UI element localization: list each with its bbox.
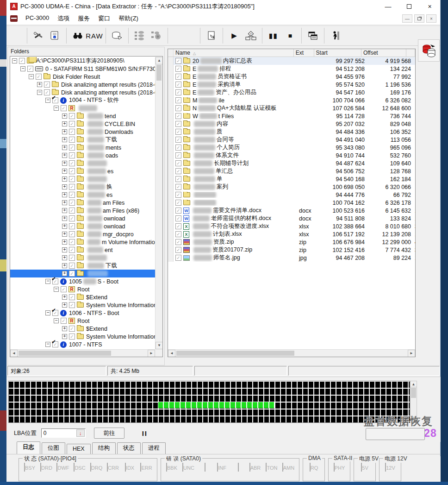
checkbox[interactable]: ✓: [175, 89, 181, 95]
tree-item[interactable]: +✓换: [10, 183, 155, 191]
data-copy-button[interactable]: [418, 39, 440, 62]
tree-item[interactable]: +✓am Files: [10, 199, 155, 207]
tree-item[interactable]: +✓Disk analizing attempt results (2018-0…: [10, 81, 155, 88]
file-row[interactable]: ✓E采购清单95 574 5201 196 536: [168, 81, 415, 88]
checkbox[interactable]: ✓: [69, 239, 75, 245]
expand-icon[interactable]: +: [62, 153, 67, 158]
checkbox[interactable]: ✓: [69, 113, 75, 119]
checkbox[interactable]: ✓: [69, 208, 75, 214]
file-row[interactable]: ✓合同等94 491 040113 056: [168, 136, 415, 144]
column-header-Offset[interactable]: Offset: [361, 49, 406, 57]
sector-map[interactable]: [8, 381, 410, 423]
checkbox[interactable]: ✓: [69, 255, 75, 261]
checkbox[interactable]: ✓: [69, 326, 75, 332]
expand-icon[interactable]: +: [62, 302, 67, 308]
file-row[interactable]: ✓E员资格证书94 455 97677 992: [168, 73, 415, 81]
map-structure-button[interactable]: [131, 28, 148, 43]
checkbox[interactable]: ✓: [175, 247, 181, 253]
collapse-icon[interactable]: −: [54, 106, 59, 111]
tree-item[interactable]: +✓System Volume Information: [10, 333, 155, 340]
checkbox[interactable]: ✓: [19, 58, 25, 64]
checkbox[interactable]: ✓: [175, 82, 181, 88]
checkbox[interactable]: ✓: [69, 223, 75, 229]
tree-item[interactable]: +✓ownload: [10, 222, 155, 230]
checkbox[interactable]: ✓: [175, 129, 181, 135]
tree-item[interactable]: +✓m Volume Information: [10, 238, 155, 246]
tree-item[interactable]: +✓es: [10, 167, 155, 175]
checkbox[interactable]: ✓: [69, 294, 75, 300]
checkbox[interactable]: ✓: [175, 168, 181, 174]
checkbox[interactable]: ✓: [69, 247, 75, 253]
exit-button[interactable]: [327, 28, 344, 43]
checkbox[interactable]: ✓: [69, 137, 75, 143]
checkbox[interactable]: ✓: [175, 223, 181, 229]
file-row[interactable]: ✓100 704 1626 326 178: [168, 199, 415, 207]
file-row[interactable]: ✓内容95 207 032829 048: [168, 120, 415, 128]
checkbox[interactable]: ✓: [175, 74, 181, 80]
checkbox[interactable]: ✓✔: [52, 310, 58, 316]
tree-item[interactable]: +✓am Files (x86): [10, 207, 155, 214]
expand-icon[interactable]: +: [62, 224, 67, 229]
checkbox[interactable]: ✓: [175, 176, 181, 182]
checkbox[interactable]: ✓: [175, 97, 181, 103]
tree-item[interactable]: −✓0 - SATAFIRM S11 SBFM61W0 S/N:FF730772…: [10, 65, 155, 73]
maximize-button[interactable]: [398, 0, 419, 13]
tree-item[interactable]: +✓Downloads: [10, 128, 155, 136]
checkbox[interactable]: ✓: [27, 66, 33, 72]
stop-button[interactable]: ■: [282, 28, 299, 43]
file-row[interactable]: ✓单汇总94 506 752128 768: [168, 167, 415, 175]
tree-item[interactable]: +✓System Volume Information: [10, 301, 155, 309]
tab-位图[interactable]: 位图: [42, 442, 65, 454]
pause-button[interactable]: ▮▮: [265, 28, 282, 43]
collapse-icon[interactable]: −: [29, 74, 34, 79]
expand-icon[interactable]: +: [62, 295, 67, 300]
tree-item[interactable]: +✓es: [10, 191, 155, 199]
collapse-icon[interactable]: −: [45, 98, 50, 103]
checkbox[interactable]: ✓: [61, 318, 67, 324]
minimize-button[interactable]: —: [378, 0, 398, 13]
tree-item[interactable]: +✓下载: [10, 136, 155, 144]
files-horizontal-scrollbar[interactable]: ◄ ►: [168, 349, 415, 357]
mdi-close-button[interactable]: ×: [426, 14, 436, 23]
tree-item[interactable]: +✓下载: [10, 262, 155, 270]
collapse-icon[interactable]: −: [45, 342, 50, 347]
file-row[interactable]: ✓师签名.jpgjpg94 467 20889 2241.: [168, 254, 415, 262]
tab-状态[interactable]: 状态: [117, 442, 141, 454]
tab-日志[interactable]: 日志: [17, 441, 40, 454]
expand-icon[interactable]: +: [62, 145, 67, 150]
file-row[interactable]: ✓个人简历95 343 080965 096: [168, 144, 415, 151]
checkbox[interactable]: ✓: [69, 302, 75, 308]
tree-vertical-scrollbar[interactable]: ▲ ▼: [155, 57, 162, 349]
expand-icon[interactable]: +: [62, 184, 67, 189]
column-header-Name[interactable]: Name△: [174, 49, 294, 57]
tab-结构[interactable]: 结构: [92, 442, 116, 454]
tree-item[interactable]: −✓Disk analizing attempt results (2018-0…: [10, 88, 155, 96]
tree-item[interactable]: +✓$Extend: [10, 325, 155, 333]
checkbox[interactable]: ✓: [69, 200, 75, 206]
checkbox[interactable]: ✓✔: [52, 278, 58, 284]
checkbox[interactable]: ✓: [69, 334, 75, 340]
expand-icon[interactable]: +: [62, 247, 67, 252]
tree-item[interactable]: −✓Disk Folder Result: [10, 73, 155, 81]
analyze-button[interactable]: ?: [243, 28, 259, 43]
collapse-icon[interactable]: −: [54, 287, 59, 292]
tree-item[interactable]: +✓ments: [10, 144, 155, 151]
file-row[interactable]: ✓长期辅导计划94 487 624109 640: [168, 159, 415, 167]
build-map-button[interactable]: [148, 28, 165, 43]
mdi-minimize-button[interactable]: —: [402, 14, 412, 23]
tree-item[interactable]: +✓tend: [10, 112, 155, 120]
file-row[interactable]: ✓资质201707.zipzip102 152 4167 774 4323 34: [168, 246, 415, 254]
file-row[interactable]: ✓W需要文件清单.docxdocx100 523 6166 145 6321.: [168, 207, 415, 214]
checkbox[interactable]: ✓: [175, 192, 181, 198]
checkbox[interactable]: ✓: [175, 255, 181, 261]
expand-icon[interactable]: +: [62, 176, 67, 182]
checkbox[interactable]: ✓: [69, 215, 75, 221]
checkbox[interactable]: ✓: [175, 113, 181, 119]
file-row[interactable]: ✓单94 540 168162 184: [168, 175, 415, 183]
checkbox[interactable]: ✓: [44, 89, 50, 95]
utilities-button[interactable]: [30, 28, 47, 43]
file-row[interactable]: ✓质94 484 336106 352: [168, 128, 415, 136]
checkbox[interactable]: ✓✔: [52, 97, 58, 103]
file-row[interactable]: ✓20内容汇总表99 297 5524 919 568: [168, 57, 415, 65]
menu-item-PC-3000[interactable]: PC-3000: [21, 13, 53, 24]
